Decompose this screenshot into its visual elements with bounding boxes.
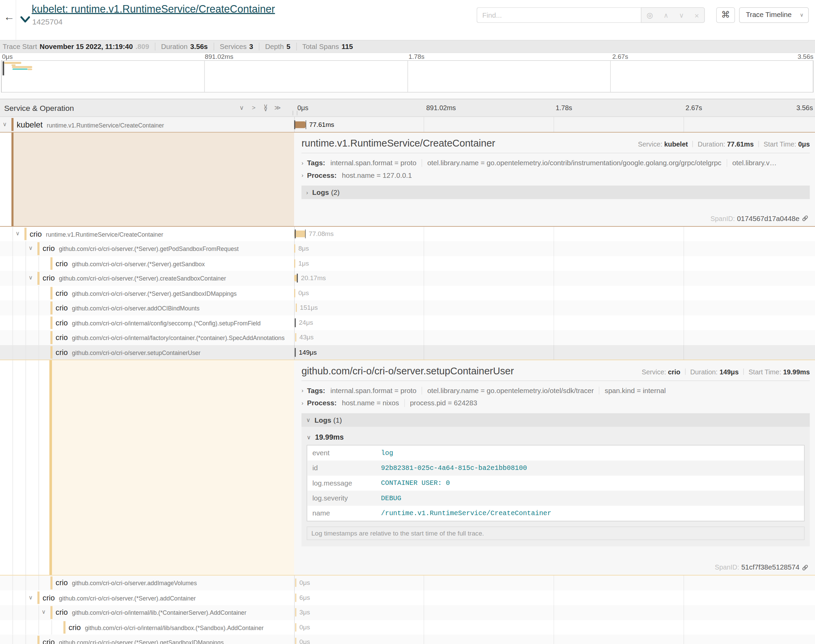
services-value: 3: [249, 43, 253, 50]
next-match-icon[interactable]: ∨: [679, 11, 684, 19]
span-row[interactable]: crioruntime.v1.RuntimeService/CreateCont…: [0, 227, 815, 241]
process-row[interactable]: › Process: host.name = 127.0.0.1: [302, 169, 810, 182]
logs-expander[interactable]: › Logs (2): [302, 186, 810, 199]
clear-find-icon[interactable]: ×: [694, 11, 699, 19]
expand-one-icon[interactable]: >: [250, 104, 257, 112]
chevron-right-icon: ›: [302, 172, 303, 178]
log-entry-time: 19.99ms: [315, 433, 344, 441]
jaeger-trace-view: ← kubelet: runtime.v1.RuntimeService/Cre…: [0, 0, 815, 644]
detail-indent-block: [52, 360, 294, 575]
span-row[interactable]: criogithub.com/cri-o/cri-o/server.(*Serv…: [0, 256, 815, 271]
process-row[interactable]: › Process: host.name = nixos process.pid…: [302, 396, 810, 409]
column-resizer-grip[interactable]: [293, 111, 297, 116]
span-row[interactable]: criogithub.com/cri-o/cri-o/internal/conf…: [0, 315, 815, 330]
tags-row[interactable]: › Tags: internal.span.format = proto ote…: [302, 384, 810, 397]
expand-all-icon[interactable]: ≫: [274, 104, 281, 112]
minimap-scrubber[interactable]: [3, 61, 5, 75]
span-row[interactable]: criogithub.com/cri-o/cri-o/server.(*Serv…: [0, 590, 815, 605]
chevron-down-icon[interactable]: ∨: [29, 274, 33, 281]
chevron-down-icon[interactable]: ∨: [29, 245, 33, 251]
span-bar[interactable]: [294, 259, 295, 267]
span-color-bar: [50, 302, 52, 314]
back-icon[interactable]: ←: [4, 11, 15, 23]
span-row[interactable]: criogithub.com/cri-o/cri-o/server.(*Serv…: [0, 241, 815, 256]
span-row[interactable]: criogithub.com/cri-o/cri-o/server.setupC…: [0, 345, 815, 360]
collapse-trace-header-icon[interactable]: [20, 15, 30, 25]
detail-accent-bar: [49, 360, 52, 575]
indent-guide: [26, 575, 26, 590]
indent-guide: [38, 315, 39, 330]
span-bar[interactable]: [295, 348, 296, 357]
span-row[interactable]: criogithub.com/cri-o/cri-o/internal/lib.…: [0, 605, 815, 620]
detail-title: runtime.v1.RuntimeService/CreateContaine…: [302, 138, 495, 149]
span-operation: github.com/cri-o/cri-o/server.addOCIBind…: [72, 305, 199, 311]
span-row[interactable]: kubeletruntime.v1.RuntimeService/CreateC…: [0, 117, 815, 132]
indent-guide: [26, 315, 26, 330]
chevron-right-icon: ›: [302, 159, 303, 166]
span-bar[interactable]: [296, 304, 297, 312]
indent-guide: [26, 345, 26, 360]
span-bar[interactable]: [295, 333, 296, 341]
indent-guide: [12, 360, 13, 575]
chevron-down-icon[interactable]: ∨: [3, 121, 7, 127]
keyboard-shortcuts-button[interactable]: ⌘: [716, 7, 735, 23]
span-row[interactable]: criogithub.com/cri-o/cri-o/server.(*Serv…: [0, 286, 815, 301]
chevron-down-icon[interactable]: ∨: [15, 230, 20, 237]
span-row[interactable]: criogithub.com/cri-o/cri-o/internal/lib/…: [0, 620, 815, 635]
span-bar[interactable]: [294, 244, 295, 253]
span-color-bar: [50, 287, 52, 299]
span-id-row: SpanID: 51cf7f38e5128574: [715, 563, 809, 571]
trace-stats-bar: Trace Start November 15 2022, 11:19:40.8…: [0, 40, 815, 53]
span-bar[interactable]: [294, 121, 306, 128]
timeline-ruler-tick: 891.02ms: [426, 104, 456, 112]
span-row[interactable]: criogithub.com/cri-o/cri-o/internal/fact…: [0, 330, 815, 345]
span-bar[interactable]: [295, 638, 296, 644]
span-row[interactable]: criogithub.com/cri-o/cri-o/server.(*Serv…: [0, 271, 815, 286]
span-bar[interactable]: [295, 623, 296, 632]
trace-view-selector-label: Trace Timeline: [746, 11, 792, 19]
collapse-all-icon[interactable]: ∨∨: [262, 104, 269, 112]
span-bar[interactable]: [294, 289, 295, 297]
trace-minimap[interactable]: [1, 60, 813, 92]
tag-item: otel.library.name = go.opentelemetry.io/…: [421, 159, 726, 167]
prev-match-icon[interactable]: ∧: [663, 11, 668, 19]
span-detail-panel: runtime.v1.RuntimeService/CreateContaine…: [294, 133, 815, 226]
timeline-ruler-tick: 2.67s: [685, 104, 702, 112]
logs-expander[interactable]: ∨ Logs (1): [302, 413, 810, 427]
process-item: host.name = 127.0.0.1: [342, 172, 417, 179]
span-operation: github.com/cri-o/cri-o/internal/config/s…: [72, 320, 261, 326]
find-control: ◎ ∧ ∨ ×: [477, 7, 705, 23]
span-detail-panel: github.com/cri-o/cri-o/server.setupConta…: [294, 360, 815, 575]
span-detail-row-kubelet: runtime.v1.RuntimeService/CreateContaine…: [0, 132, 815, 226]
span-row[interactable]: criogithub.com/cri-o/cri-o/server.(*Serv…: [0, 635, 815, 644]
span-bar[interactable]: [295, 593, 296, 601]
match-focus-icon[interactable]: ◎: [647, 11, 653, 19]
chevron-down-icon[interactable]: ∨: [41, 609, 46, 615]
span-operation: github.com/cri-o/cri-o/internal/factory/…: [72, 335, 285, 341]
span-id-value: 0174567d17a0448e: [737, 215, 800, 222]
span-bar[interactable]: [295, 608, 296, 616]
span-row[interactable]: criogithub.com/cri-o/cri-o/server.addOCI…: [0, 301, 815, 316]
copy-link-icon[interactable]: [801, 564, 809, 571]
log-entry-expander[interactable]: ∨ 19.99ms: [307, 431, 804, 443]
trace-title-link[interactable]: kubelet: runtime.v1.RuntimeService/Creat…: [32, 3, 275, 15]
span-bar[interactable]: [295, 318, 296, 327]
trace-start-label: Trace Start: [3, 43, 37, 50]
span-row[interactable]: criogithub.com/cri-o/cri-o/server.addIma…: [0, 575, 815, 590]
find-input[interactable]: [477, 7, 641, 23]
trace-view-selector[interactable]: Trace Timeline ∨: [739, 7, 809, 23]
span-color-bar: [25, 227, 26, 240]
span-bar[interactable]: [295, 579, 296, 587]
span-bar[interactable]: [294, 230, 305, 237]
collapse-one-icon[interactable]: ∨: [238, 104, 245, 112]
span-service-name: crio: [43, 593, 55, 601]
copy-link-icon[interactable]: [801, 215, 809, 222]
tags-row[interactable]: › Tags: internal.span.format = proto ote…: [302, 156, 810, 169]
span-color-bar: [37, 242, 39, 255]
detail-title: github.com/cri-o/cri-o/server.setupConta…: [302, 365, 514, 377]
minimap-span-bar: [28, 68, 32, 70]
chevron-down-icon: ∨: [306, 417, 310, 423]
chevron-down-icon[interactable]: ∨: [29, 594, 33, 601]
indent-guide: [12, 241, 13, 256]
timeline-ruler-tick: 0μs: [297, 104, 308, 112]
